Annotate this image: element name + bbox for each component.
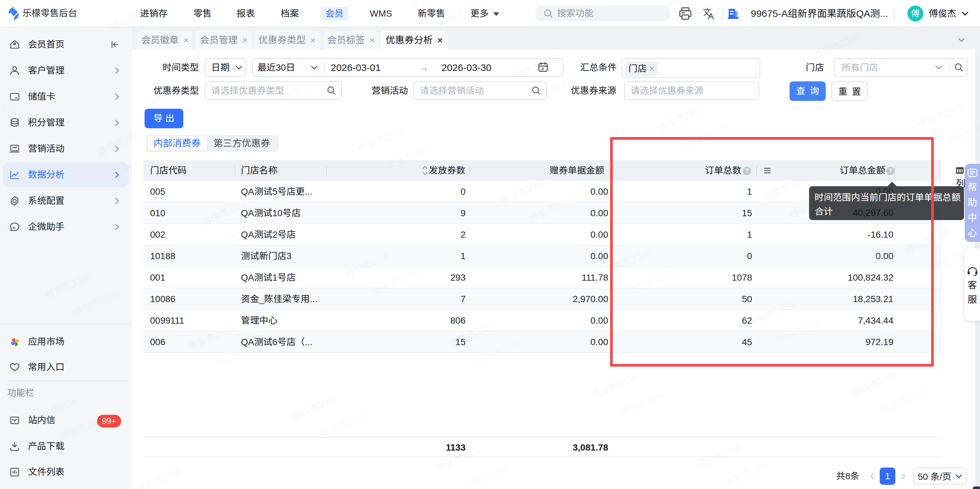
svg-text:傅俊杰2356: 傅俊杰2356 bbox=[721, 456, 771, 489]
svg-text:傅俊杰2356: 傅俊杰2356 bbox=[943, 116, 980, 150]
svg-text:傅俊杰2356: 傅俊杰2356 bbox=[877, 384, 928, 417]
svg-text:傅俊杰2356: 傅俊杰2356 bbox=[290, 390, 340, 424]
svg-text:傅俊杰2356: 傅俊杰2356 bbox=[161, 481, 211, 489]
svg-text:傅俊杰2356: 傅俊杰2356 bbox=[616, 387, 667, 420]
svg-text:傅俊杰2356: 傅俊杰2356 bbox=[654, 101, 705, 135]
svg-text:傅俊杰2356: 傅俊杰2356 bbox=[317, 408, 368, 441]
svg-text:傅俊杰2356: 傅俊杰2356 bbox=[460, 459, 511, 489]
svg-text:傅俊杰2356: 傅俊杰2356 bbox=[850, 366, 900, 400]
svg-text:傅俊杰2356: 傅俊杰2356 bbox=[133, 463, 183, 489]
svg-text:傅俊杰2356: 傅俊杰2356 bbox=[915, 98, 965, 132]
svg-text:傅俊杰2356: 傅俊杰2356 bbox=[589, 369, 639, 402]
svg-text:傅俊杰2356: 傅俊杰2356 bbox=[355, 123, 405, 156]
